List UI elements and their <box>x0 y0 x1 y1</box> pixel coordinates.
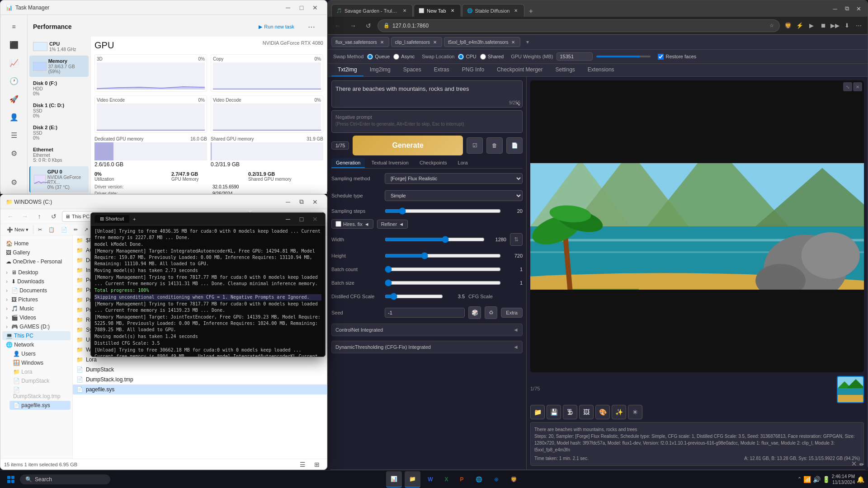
browser-settings-button[interactable]: ⋯ <box>853 20 864 31</box>
sd-tab-checkpoint[interactable]: Checkpoint Merger <box>491 64 549 76</box>
sd-model-tab-add-button[interactable]: ▾ <box>522 37 533 47</box>
swap-method-async-radio[interactable]: Async <box>393 54 415 60</box>
fe-up-button[interactable]: ↑ <box>33 211 46 222</box>
sampling-steps-slider[interactable] <box>385 207 501 215</box>
chevron-up-icon[interactable]: ⌃ <box>797 476 802 482</box>
start-button[interactable] <box>4 472 18 487</box>
fe-sidebar-pagefile[interactable]: 📄 pagefile.sys <box>9 401 71 410</box>
tm-nav-performance[interactable]: 📈 <box>4 55 24 71</box>
taskbar-app-word[interactable]: W <box>423 471 437 488</box>
tm-nav-users[interactable]: 👤 <box>4 109 24 125</box>
sd-model-tab-clip[interactable]: clip_l.safetensors ✕ <box>391 37 442 47</box>
browser-refresh-button[interactable]: ↺ <box>362 19 375 32</box>
device-disk1[interactable]: Disk 1 (C: D:) SSD0% <box>29 100 89 121</box>
fe-sidebar-pictures[interactable]: 🖼 Pictures <box>2 295 71 304</box>
tm-minimize-button[interactable]: ─ <box>282 3 294 12</box>
sd-action-save-button[interactable]: 💾 <box>547 405 561 419</box>
view-detail-button[interactable]: ⊞ <box>311 459 323 470</box>
terminal-tab[interactable]: ⊞ Shortcut <box>94 215 129 223</box>
sd-action-img-button[interactable]: 🖼 <box>579 405 594 419</box>
fe-sidebar-music[interactable]: 🎵 Music <box>2 304 71 313</box>
tm-nav-processes[interactable]: ⬛ <box>4 37 24 53</box>
taskbar-search-box[interactable]: 🔍 Chrome Search <box>20 474 110 484</box>
dynamicthresh-section[interactable]: DynamicThresholding (CFG-Fix) Integrated… <box>331 341 523 353</box>
fe-share-button[interactable]: ↗ <box>81 225 91 234</box>
taskbar-app-fileexplorer[interactable]: 📁 <box>405 471 420 488</box>
fe-rename-button[interactable]: ✏ <box>71 225 80 234</box>
device-memory[interactable]: Memory 37.8/63.7 GB (59%) <box>29 56 89 77</box>
seed-extra-button[interactable]: Extra <box>501 308 523 318</box>
browser-forward-button[interactable]: → <box>347 19 359 32</box>
swap-location-shared-radio[interactable]: Shared <box>480 54 504 60</box>
sd-positive-prompt-area[interactable]: There are beaches with mountains, rocks … <box>331 80 523 108</box>
browser-maximize-button[interactable]: ⧉ <box>841 3 852 14</box>
system-clock[interactable]: 2:46:14 PM 11/13/2024 <box>832 474 855 485</box>
fe-sidebar-users[interactable]: 👤 Users <box>9 349 71 358</box>
tm-nav-startup[interactable]: 🚀 <box>4 91 24 107</box>
fe-sidebar-videos[interactable]: 🎬 Videos <box>2 313 71 322</box>
controlnet-section[interactable]: ControlNet Integrated ◄ <box>331 324 523 336</box>
taskbar-app-edge[interactable]: ⊕ <box>490 471 503 488</box>
sd-image-close-button[interactable]: ✕ <box>853 82 862 91</box>
sd-model-tab-close-clip[interactable]: ✕ <box>432 39 438 45</box>
device-ethernet[interactable]: Ethernet EthernetS: 0 R: 0 Kbps <box>29 144 89 165</box>
network-icon[interactable]: 📶 <box>803 476 811 483</box>
fe-sidebar-documents[interactable]: 📄 Documents <box>2 286 71 295</box>
browser-ext-icon-download[interactable]: ⬇ <box>841 20 852 31</box>
browser-close-button[interactable]: ✕ <box>853 3 864 14</box>
browser-tab-savage[interactable]: 🎵 Savage Garden - Truly Madly... ✕ <box>331 4 413 17</box>
fe-new-button[interactable]: ➕ New ▾ <box>4 225 31 234</box>
fe-sidebar-network[interactable]: 🌐 Network <box>2 340 71 349</box>
sd-checkbox-btn[interactable]: ☑ <box>467 137 483 154</box>
sd-tab-extras[interactable]: Extras <box>428 64 456 76</box>
new-tab-button[interactable]: + <box>525 6 536 17</box>
fe-sidebar-this-pc[interactable]: 💻 This PC <box>2 331 71 340</box>
restore-faces-checkbox[interactable]: Restore faces <box>658 54 696 60</box>
run-new-task-button[interactable]: ▶ Run new task <box>255 22 298 32</box>
terminal-maximize-button[interactable]: □ <box>295 215 308 224</box>
refiner-button[interactable]: Refiner ◄ <box>377 220 408 229</box>
sd-sub-tab-checkpoints[interactable]: Checkpoints <box>415 158 452 168</box>
width-slider[interactable] <box>385 236 485 243</box>
taskbar-app-powerpoint[interactable]: P <box>456 471 468 488</box>
tm-nav-details[interactable]: ☰ <box>4 127 24 143</box>
sd-action-extra-button[interactable]: ✳ <box>628 405 642 419</box>
fe-back-button[interactable]: ← <box>4 211 17 222</box>
fe-sidebar-home[interactable]: 🏠 Home <box>2 239 71 248</box>
fe-sidebar-onedrive[interactable]: ☁ OneDrive - Personal <box>2 257 71 266</box>
terminal-minimize-button[interactable]: ─ <box>282 215 294 224</box>
sd-sub-tab-generation[interactable]: Generation <box>331 158 365 168</box>
fe-sidebar-gallery[interactable]: 🖼 Gallery <box>2 248 71 257</box>
sd-tab-settings[interactable]: Settings <box>549 64 581 76</box>
sd-action-brush-button[interactable]: 🎨 <box>595 405 610 419</box>
device-disk0[interactable]: Disk 0 (F:) HDD0% <box>29 78 89 99</box>
sd-sub-tab-textual-inversion[interactable]: Textual Inversion <box>367 158 413 168</box>
table-row[interactable]: 📄 DumpStack.log.tmp <box>73 375 327 385</box>
sd-model-tab-flux-vae[interactable]: flux_vae.safetensors ✕ <box>331 37 389 47</box>
fe-close-button[interactable]: ✕ <box>309 197 321 206</box>
fe-minimize-button[interactable]: ─ <box>282 197 294 206</box>
sampling-method-select[interactable]: [Forge] Flux Realistic <box>385 173 523 184</box>
fe-restore-button[interactable]: ⧉ <box>295 197 308 206</box>
battery-icon[interactable]: 🔋 <box>822 476 830 483</box>
browser-ext-icon-1[interactable]: 🦁 <box>783 20 793 31</box>
seed-input[interactable] <box>385 308 465 318</box>
seed-recycle-button[interactable]: ♻ <box>485 306 497 319</box>
device-cpu[interactable]: CPU 1% 1.48 GHz <box>29 38 89 55</box>
fe-sidebar-games[interactable]: 🎮 GAMES (D:) <box>2 322 71 331</box>
fe-copy-button[interactable]: 📋 <box>46 225 57 234</box>
tm-nav-settings[interactable]: ⚙ <box>4 174 24 190</box>
view-list-button[interactable]: ☰ <box>296 459 309 470</box>
tab-close-sd[interactable]: ✕ <box>512 7 519 14</box>
sd-image-expand-button[interactable]: ⤡ <box>843 82 852 91</box>
gpu-weights-slider[interactable] <box>596 56 651 57</box>
sd-tab-pnginfo[interactable]: PNG Info <box>456 64 491 76</box>
table-row[interactable]: 📄 DumpStack <box>73 365 327 375</box>
fe-refresh-button[interactable]: ↺ <box>47 211 60 222</box>
tm-nav-history[interactable]: 🕐 <box>4 73 24 89</box>
browser-tab-sd[interactable]: 🌐 Stable Diffusion ✕ <box>462 4 525 17</box>
device-gpu0[interactable]: GPU 0 NVIDIA GeForce RTX...0% (37 °C) <box>29 166 89 192</box>
fe-sidebar-dumpstack-tmp[interactable]: 📄 DumpStack.log.tmp <box>9 385 71 401</box>
fe-sidebar-dumpstack[interactable]: 📄 DumpStack <box>9 376 71 385</box>
seed-dice-button[interactable]: 🎲 <box>468 306 481 319</box>
